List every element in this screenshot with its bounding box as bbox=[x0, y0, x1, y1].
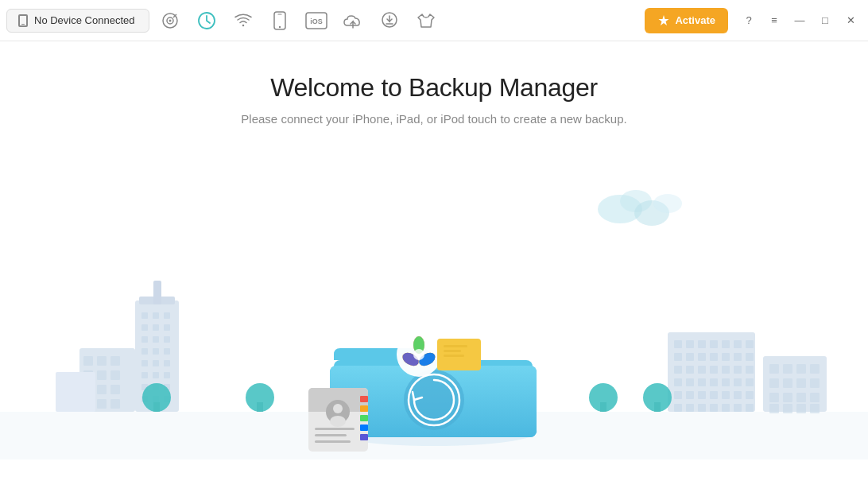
store-nav-button[interactable] bbox=[409, 3, 444, 38]
svg-rect-81 bbox=[746, 366, 754, 374]
svg-rect-38 bbox=[153, 372, 159, 378]
backup-clock-icon bbox=[197, 11, 216, 30]
svg-rect-91 bbox=[698, 391, 706, 399]
svg-point-132 bbox=[404, 370, 464, 430]
close-button[interactable]: ✕ bbox=[839, 10, 862, 32]
svg-rect-106 bbox=[796, 364, 806, 374]
svg-rect-39 bbox=[164, 372, 170, 378]
window-controls: ? ≡ — □ ✕ bbox=[738, 10, 862, 32]
svg-rect-59 bbox=[56, 372, 95, 412]
backup-nav-button[interactable] bbox=[189, 3, 224, 38]
maximize-button[interactable]: □ bbox=[814, 10, 836, 32]
svg-rect-144 bbox=[444, 350, 461, 352]
menu-button[interactable]: ≡ bbox=[763, 10, 785, 32]
phone-nav-button[interactable] bbox=[262, 3, 297, 38]
music-icon bbox=[161, 12, 179, 29]
svg-rect-22 bbox=[141, 312, 148, 319]
svg-rect-51 bbox=[97, 370, 107, 380]
svg-rect-25 bbox=[141, 324, 148, 331]
toolbar-icons: iOS bbox=[153, 3, 641, 38]
svg-rect-87 bbox=[734, 378, 742, 386]
minimize-button[interactable]: — bbox=[789, 10, 811, 32]
svg-point-125 bbox=[589, 383, 618, 412]
device-button[interactable]: No Device Connected bbox=[6, 9, 149, 33]
activate-button[interactable]: Activate bbox=[645, 8, 728, 33]
svg-rect-69 bbox=[686, 353, 694, 361]
svg-rect-28 bbox=[141, 336, 148, 343]
welcome-title: Welcome to Backup Manager bbox=[270, 73, 598, 103]
svg-rect-66 bbox=[734, 340, 742, 348]
svg-rect-57 bbox=[97, 399, 107, 409]
svg-point-127 bbox=[643, 383, 672, 412]
help-button[interactable]: ? bbox=[738, 10, 760, 32]
svg-rect-159 bbox=[315, 440, 351, 443]
svg-rect-67 bbox=[746, 340, 754, 348]
svg-rect-72 bbox=[722, 353, 730, 361]
svg-point-150 bbox=[333, 404, 343, 413]
svg-rect-34 bbox=[141, 360, 148, 366]
svg-rect-152 bbox=[360, 396, 368, 402]
svg-rect-112 bbox=[769, 393, 779, 402]
music-nav-button[interactable] bbox=[153, 3, 188, 38]
svg-rect-96 bbox=[674, 404, 682, 412]
svg-rect-58 bbox=[110, 399, 120, 409]
svg-rect-118 bbox=[796, 404, 806, 413]
svg-rect-107 bbox=[810, 364, 820, 374]
svg-rect-153 bbox=[360, 405, 368, 412]
svg-text:iOS: iOS bbox=[310, 17, 323, 25]
svg-rect-97 bbox=[686, 404, 694, 412]
svg-point-17 bbox=[653, 194, 682, 213]
svg-rect-157 bbox=[315, 428, 355, 430]
svg-rect-73 bbox=[734, 353, 742, 361]
phone-nav-icon bbox=[271, 11, 289, 30]
svg-point-141 bbox=[413, 349, 424, 360]
svg-point-121 bbox=[142, 383, 171, 412]
svg-rect-155 bbox=[360, 425, 368, 431]
svg-rect-65 bbox=[722, 340, 730, 348]
svg-rect-77 bbox=[698, 366, 706, 374]
svg-rect-111 bbox=[810, 378, 820, 388]
svg-rect-104 bbox=[769, 364, 779, 374]
svg-rect-27 bbox=[164, 324, 170, 331]
illustration-svg bbox=[0, 157, 868, 459]
main-content: Welcome to Backup Manager Please connect… bbox=[0, 41, 868, 504]
svg-rect-64 bbox=[710, 340, 718, 348]
svg-rect-31 bbox=[141, 348, 148, 355]
svg-rect-99 bbox=[710, 404, 718, 412]
svg-rect-70 bbox=[698, 353, 706, 361]
svg-rect-24 bbox=[164, 312, 170, 319]
svg-rect-154 bbox=[360, 415, 368, 421]
svg-rect-88 bbox=[746, 378, 754, 386]
download-nav-button[interactable] bbox=[372, 3, 407, 38]
svg-rect-78 bbox=[710, 366, 718, 374]
svg-rect-55 bbox=[110, 385, 120, 394]
svg-rect-52 bbox=[110, 370, 120, 380]
cloud-nav-button[interactable] bbox=[335, 3, 370, 38]
ios-nav-icon: iOS bbox=[305, 12, 327, 29]
wifi-nav-button[interactable] bbox=[226, 3, 261, 38]
svg-rect-71 bbox=[710, 353, 718, 361]
svg-rect-109 bbox=[783, 378, 792, 388]
toolbar: No Device Connected bbox=[0, 0, 868, 41]
svg-rect-84 bbox=[698, 378, 706, 386]
svg-rect-105 bbox=[783, 364, 792, 374]
ios-nav-button[interactable]: iOS bbox=[299, 3, 334, 38]
svg-rect-101 bbox=[734, 404, 742, 412]
svg-rect-108 bbox=[769, 378, 779, 388]
svg-rect-95 bbox=[746, 391, 754, 399]
svg-rect-74 bbox=[746, 353, 754, 361]
svg-rect-79 bbox=[722, 366, 730, 374]
svg-rect-100 bbox=[722, 404, 730, 412]
svg-rect-158 bbox=[315, 434, 347, 436]
svg-rect-85 bbox=[710, 378, 718, 386]
svg-rect-54 bbox=[97, 385, 107, 394]
svg-rect-33 bbox=[164, 348, 170, 355]
svg-rect-23 bbox=[153, 312, 159, 319]
svg-rect-98 bbox=[698, 404, 706, 412]
svg-rect-62 bbox=[686, 340, 694, 348]
svg-rect-30 bbox=[164, 336, 170, 343]
wifi-icon bbox=[234, 11, 253, 30]
svg-rect-143 bbox=[444, 345, 467, 347]
svg-rect-82 bbox=[674, 378, 682, 386]
svg-rect-63 bbox=[698, 340, 706, 348]
